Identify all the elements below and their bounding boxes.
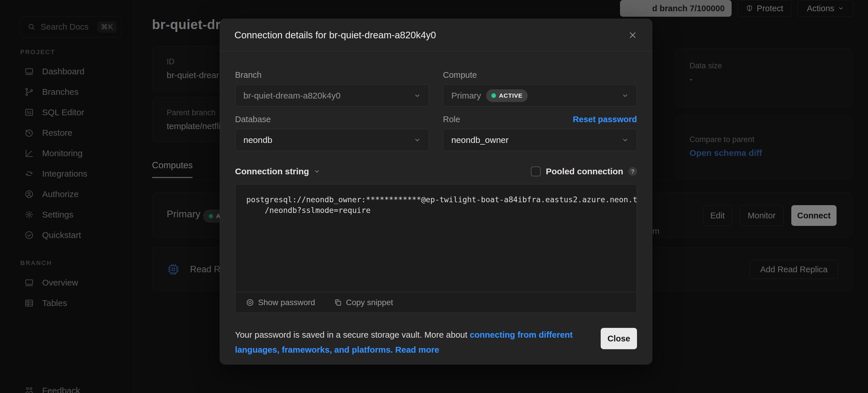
connection-details-modal: Connection details for br-quiet-dream-a8… [220, 19, 652, 364]
database-select[interactable]: neondb [235, 129, 429, 151]
database-select-value: neondb [243, 135, 409, 145]
database-field-label: Database [235, 115, 271, 124]
chevron-down-icon [622, 137, 629, 143]
read-more-link[interactable]: Read more [395, 345, 439, 354]
role-field-label: Role [443, 115, 460, 124]
connection-string-box: postgresql://neondb_owner:************@e… [235, 184, 637, 313]
help-icon[interactable]: ? [628, 167, 637, 176]
branch-field-label: Branch [235, 70, 261, 80]
compute-status-badge: ACTIVE [486, 89, 528, 102]
close-icon[interactable] [628, 30, 638, 40]
copy-snippet-label: Copy snippet [346, 298, 393, 307]
modal-title: Connection details for br-quiet-dream-a8… [235, 30, 436, 41]
connection-string-line1: postgresql://neondb_owner:************@e… [246, 194, 626, 205]
reset-password-link[interactable]: Reset password [573, 115, 637, 124]
chevron-down-icon [622, 92, 629, 99]
connection-string-dropdown[interactable]: Connection string [235, 167, 320, 176]
show-password-label: Show password [258, 298, 315, 307]
status-label: ACTIVE [499, 92, 523, 99]
password-vault-note: Your password is saved in a secure stora… [235, 327, 590, 357]
role-select-value: neondb_owner [451, 135, 617, 145]
chevron-down-icon [414, 92, 421, 99]
note-text: Your password is saved in a secure stora… [235, 330, 470, 339]
copy-icon [334, 298, 342, 307]
close-button[interactable]: Close [601, 328, 637, 349]
pooled-connection-checkbox[interactable] [531, 167, 541, 176]
status-dot-icon [491, 93, 496, 98]
role-select[interactable]: neondb_owner [443, 129, 637, 151]
compute-field-label: Compute [443, 70, 477, 80]
branch-select[interactable]: br-quiet-dream-a820k4y0 [235, 85, 429, 107]
compute-select[interactable]: Primary ACTIVE [443, 85, 637, 107]
compute-select-value: Primary [451, 91, 481, 101]
connection-string-line2: /neondb?sslmode=require [246, 205, 626, 216]
eye-icon [246, 298, 254, 307]
copy-snippet-button[interactable]: Copy snippet [334, 298, 393, 307]
pooled-connection-label: Pooled connection [546, 167, 623, 176]
branch-select-value: br-quiet-dream-a820k4y0 [243, 91, 409, 101]
connection-string-label: Connection string [235, 167, 309, 176]
chevron-down-icon [314, 168, 320, 174]
chevron-down-icon [414, 137, 421, 143]
connection-string-code: postgresql://neondb_owner:************@e… [235, 185, 637, 292]
show-password-button[interactable]: Show password [246, 298, 315, 307]
